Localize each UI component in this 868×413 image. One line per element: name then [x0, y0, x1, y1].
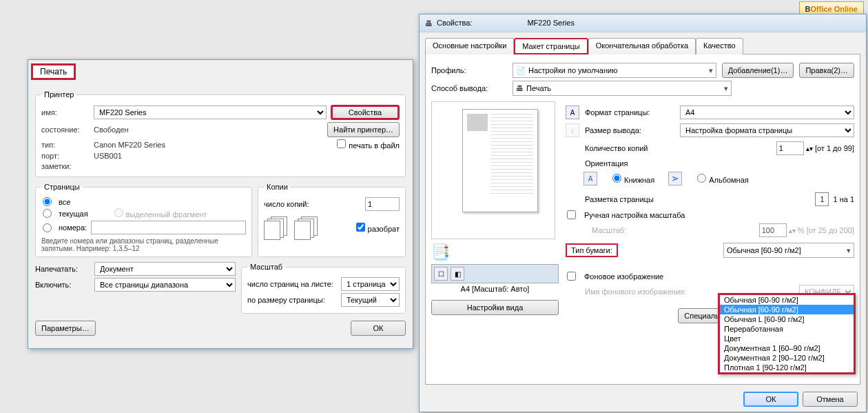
background-image-checkbox[interactable]: [567, 272, 576, 281]
output-size-select[interactable]: Настройка формата страницы: [680, 123, 854, 137]
printer-name-select[interactable]: MF220 Series: [94, 105, 327, 119]
paper-option[interactable]: Обычная [60-90 г/м2]: [720, 305, 854, 314]
document-icon: 📄: [516, 66, 526, 75]
copies-group: Копии число копий: разобрат: [258, 183, 406, 257]
edit-profile-button[interactable]: Правка(2)…: [799, 63, 854, 78]
page-format-select[interactable]: A4: [680, 105, 854, 119]
paper-option[interactable]: Переработанная: [720, 324, 854, 334]
tab-finishing[interactable]: Окончательная обработка: [588, 38, 696, 54]
props-ok-button[interactable]: ОК: [743, 392, 798, 407]
copies-spinner[interactable]: [776, 141, 804, 155]
view-icon-2[interactable]: ◧: [451, 267, 464, 281]
collate-checkbox[interactable]: [356, 223, 365, 232]
include-select[interactable]: Все страницы диапазона: [94, 278, 236, 292]
paper-option[interactable]: Обычная L [60-90 г/м2]: [720, 314, 854, 324]
paper-option[interactable]: Цвет: [720, 334, 854, 343]
pages-all-radio[interactable]: [43, 197, 52, 206]
scale-group: Масштаб число страниц на листе:1 страниц…: [241, 263, 406, 314]
pages-per-sheet[interactable]: 1 страница: [341, 277, 400, 291]
paper-type-dropdown-list[interactable]: Обычная [60-90 г/м2] Обычная [60-90 г/м2…: [718, 293, 856, 374]
print-to-file-checkbox[interactable]: [337, 139, 346, 148]
pages-numbers-input[interactable]: [91, 221, 246, 234]
parameters-button[interactable]: Параметры…: [35, 321, 96, 336]
profile-select[interactable]: 📄 Настройки по умолчанию▾: [513, 63, 716, 78]
paper-option[interactable]: Обычная [60-90 г/м2]: [720, 295, 854, 305]
tab-quality[interactable]: Качество: [696, 38, 743, 54]
pages-current-radio[interactable]: [43, 209, 52, 218]
view-settings-button[interactable]: Настройки вида: [431, 300, 559, 315]
paper-option[interactable]: Документная 1 [60–90 г/м2]: [720, 343, 854, 353]
page-preview: [431, 101, 555, 239]
manual-scale-checkbox[interactable]: [567, 210, 576, 219]
paper-option[interactable]: Документная 2 [90–120 г/м2]: [720, 353, 854, 363]
fit-to-page[interactable]: Текущий: [341, 293, 400, 307]
printer-group: Принтер имя: MF220 Series Свойства состо…: [35, 90, 406, 177]
pages-group: Страницы все текущая выделенный фрагмент…: [35, 183, 252, 257]
tab-basic[interactable]: Основные настройки: [425, 38, 514, 54]
layout-1-icon: 1: [815, 192, 829, 206]
orientation-portrait[interactable]: [612, 174, 621, 183]
copies-input[interactable]: [365, 197, 400, 211]
paper-type-label: Тип бумаги:: [566, 243, 618, 257]
props-cancel-button[interactable]: Отмена: [803, 392, 858, 407]
arrow-down-icon: ↓: [566, 123, 579, 137]
print-ok-button[interactable]: ОК: [351, 321, 406, 336]
pages-numbers-radio[interactable]: [43, 223, 52, 232]
collate-icon: [264, 216, 290, 239]
page-stack-icon: 📑: [431, 243, 450, 261]
find-printer-button[interactable]: Найти принтер…: [327, 122, 400, 137]
properties-titlebar: 🖶 Свойства: MF220 Series: [420, 14, 866, 32]
orientation-landscape[interactable]: [697, 174, 706, 183]
landscape-icon: A: [668, 172, 682, 185]
page-format-icon: A: [566, 105, 579, 119]
print-dialog-title: Печать: [31, 63, 76, 80]
add-profile-button[interactable]: Добавление(1)…: [722, 63, 794, 78]
portrait-icon: A: [583, 172, 597, 185]
print-dialog: Принтер имя: MF220 Series Свойства состо…: [28, 59, 413, 349]
output-method-select[interactable]: 🖶 Печать▾: [513, 81, 732, 96]
paper-type-select[interactable]: Обычная [60-90 г/м2]▾: [723, 243, 854, 258]
view-icon-1[interactable]: ☐: [434, 267, 448, 281]
printer-small-icon: 🖶: [516, 84, 524, 92]
collate-icon-2: [294, 216, 320, 239]
printer-name-label: имя:: [41, 108, 90, 117]
properties-button[interactable]: Свойства: [331, 105, 400, 120]
printer-icon: 🖶: [425, 19, 433, 28]
print-what-select[interactable]: Документ: [94, 262, 236, 276]
paper-option[interactable]: Плотная 1 [90-120 г/м2]: [720, 363, 854, 372]
tab-page-layout[interactable]: Макет страницы: [514, 38, 588, 54]
